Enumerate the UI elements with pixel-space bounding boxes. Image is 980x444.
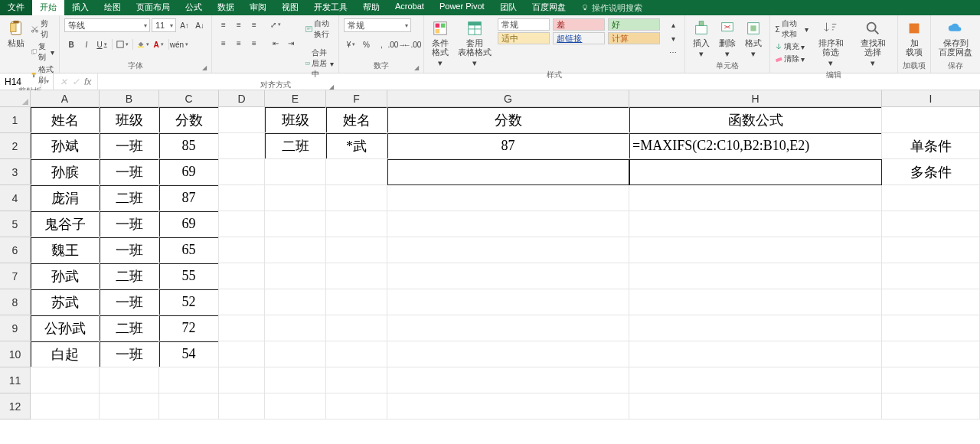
cell-A12[interactable]	[31, 393, 100, 420]
cell-D7[interactable]	[219, 263, 265, 289]
cell-C2[interactable]	[159, 133, 219, 159]
delete-cells-button[interactable]: 删除▾	[716, 18, 739, 60]
styles-scroll-down[interactable]: ▾	[666, 32, 680, 44]
cell-I10[interactable]	[882, 341, 980, 367]
col-header-F[interactable]: F	[326, 90, 387, 107]
cell-D1[interactable]	[219, 107, 265, 133]
border-button[interactable]	[116, 38, 129, 51]
cell-H9[interactable]	[629, 315, 882, 341]
cell-A7[interactable]	[31, 263, 100, 289]
cell-D10[interactable]	[219, 341, 265, 367]
cell-G9[interactable]	[387, 315, 629, 341]
cell-C10[interactable]	[159, 341, 219, 367]
addins-button[interactable]: 加 载项	[903, 18, 926, 58]
cell-C12[interactable]	[159, 393, 219, 420]
align-top-button[interactable]: ≡	[217, 18, 230, 31]
fill-color-button[interactable]	[136, 38, 150, 51]
tell-me-search[interactable]: 操作说明搜索	[581, 0, 642, 15]
cell-F5[interactable]	[326, 211, 387, 237]
cell-F12[interactable]	[326, 393, 387, 420]
phonetic-button[interactable]: wén	[172, 38, 186, 51]
row-header-4[interactable]: 4	[0, 185, 31, 211]
cell-A9[interactable]	[31, 315, 100, 341]
row-header-11[interactable]: 11	[0, 367, 31, 393]
cell-G5[interactable]	[387, 211, 629, 237]
cell-F4[interactable]	[326, 185, 387, 211]
cell-H12[interactable]	[629, 393, 882, 420]
col-header-E[interactable]: E	[265, 90, 326, 107]
cell-B12[interactable]	[100, 393, 159, 420]
tab-insert[interactable]: 插入	[64, 0, 96, 15]
tab-team[interactable]: 团队	[492, 0, 524, 15]
row-header-5[interactable]: 5	[0, 211, 31, 237]
cell-E12[interactable]	[265, 393, 326, 420]
styles-scroll-up[interactable]: ▴	[666, 18, 680, 31]
cell-C9[interactable]	[159, 315, 219, 341]
font-size-select[interactable]: 11	[152, 18, 176, 32]
cell-B2[interactable]	[100, 133, 159, 159]
cell-B3[interactable]	[100, 159, 159, 185]
cell-C8[interactable]	[159, 289, 219, 315]
style-calc[interactable]: 计算	[608, 32, 660, 44]
insert-cells-button[interactable]: 插入▾	[690, 18, 713, 60]
increase-decimal-button[interactable]: .00→	[390, 38, 403, 51]
cell-B8[interactable]	[100, 289, 159, 315]
wrap-text-button[interactable]: 自动换行	[305, 18, 334, 40]
cell-A2[interactable]	[31, 133, 100, 159]
tab-baidu[interactable]: 百度网盘	[524, 0, 573, 15]
cell-E11[interactable]	[265, 367, 326, 393]
cell-I1[interactable]	[882, 107, 980, 133]
clear-button[interactable]: 清除 ▾	[775, 54, 808, 64]
autosum-button[interactable]: Σ 自动求和 ▾	[775, 18, 808, 40]
italic-button[interactable]: I	[80, 38, 93, 51]
cell-C7[interactable]	[159, 263, 219, 289]
cell-F2[interactable]	[326, 133, 387, 159]
col-header-A[interactable]: A	[31, 90, 100, 107]
bold-button[interactable]: B	[64, 38, 78, 51]
cell-A11[interactable]	[31, 367, 100, 393]
cell-E1[interactable]	[265, 107, 326, 133]
cell-F7[interactable]	[326, 263, 387, 289]
row-header-9[interactable]: 9	[0, 315, 31, 341]
cell-F8[interactable]	[326, 289, 387, 315]
cell-I4[interactable]	[882, 185, 980, 211]
cell-C3[interactable]	[159, 159, 219, 185]
tab-layout[interactable]: 页面布局	[129, 0, 178, 15]
cell-I12[interactable]	[882, 393, 980, 420]
row-header-6[interactable]: 6	[0, 237, 31, 263]
cell-G7[interactable]	[387, 263, 629, 289]
cell-G10[interactable]	[387, 341, 629, 367]
style-normal[interactable]: 常规	[498, 18, 550, 31]
cell-E5[interactable]	[265, 211, 326, 237]
cell-D12[interactable]	[219, 393, 265, 420]
cell-I2[interactable]	[882, 133, 980, 159]
conditional-format-button[interactable]: 条件格式▾	[429, 18, 452, 70]
tab-view[interactable]: 视图	[274, 0, 306, 15]
styles-more[interactable]: ⋯	[666, 46, 680, 58]
cell-B1[interactable]	[100, 107, 159, 133]
row-header-3[interactable]: 3	[0, 159, 31, 185]
underline-button[interactable]: U	[95, 38, 109, 51]
cell-C6[interactable]	[159, 237, 219, 263]
cell-H3[interactable]	[629, 159, 882, 185]
cell-G4[interactable]	[387, 185, 629, 211]
style-good[interactable]: 好	[608, 18, 660, 31]
cut-button[interactable]: 剪切	[31, 18, 54, 40]
format-as-table-button[interactable]: 套用 表格格式▾	[455, 18, 495, 70]
orientation-button[interactable]: ⤢	[269, 18, 283, 31]
tab-home[interactable]: 开始	[32, 0, 64, 15]
tab-acrobat[interactable]: Acrobat	[387, 0, 432, 15]
cell-A6[interactable]	[31, 237, 100, 263]
cell-A5[interactable]	[31, 211, 100, 237]
cell-F1[interactable]	[326, 107, 387, 133]
style-bad[interactable]: 差	[553, 18, 605, 31]
cell-H11[interactable]	[629, 367, 882, 393]
worksheet-grid[interactable]: ABCDEFGHI 123456789101112 姓名班级分数孙斌一班85孙膑…	[0, 90, 980, 444]
cancel-formula-button[interactable]: ✕	[60, 77, 67, 87]
tab-review[interactable]: 审阅	[242, 0, 274, 15]
paste-button[interactable]: 粘贴	[5, 18, 28, 49]
cell-H5[interactable]	[629, 211, 882, 237]
cell-D9[interactable]	[219, 315, 265, 341]
cell-I3[interactable]	[882, 159, 980, 185]
align-bottom-button[interactable]: ≡	[247, 18, 261, 31]
